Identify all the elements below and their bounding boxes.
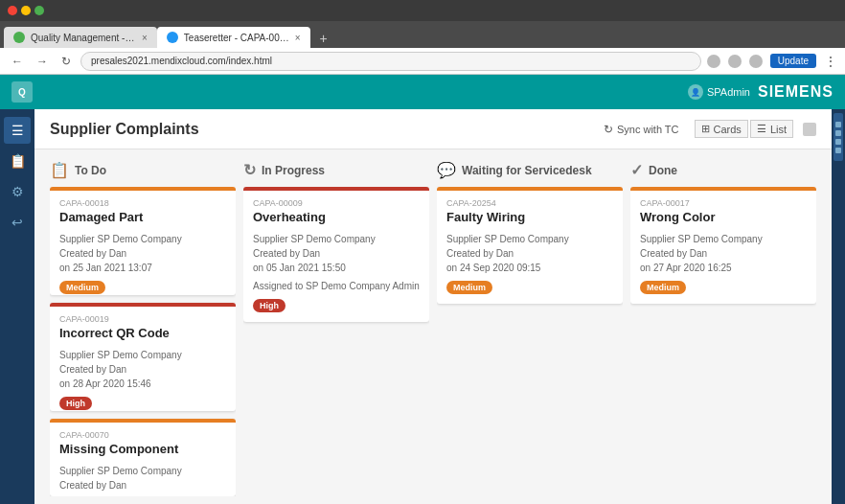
kanban-board: 📋 To Do CAPA-00018 Damaged Part Supplier… <box>34 149 832 504</box>
todo-cards-area: CAPA-00018 Damaged Part Supplier SP Demo… <box>50 187 236 496</box>
waiting-cards-area: CAPA-20254 Faulty Wiring Supplier SP Dem… <box>437 187 623 496</box>
header-right: 👤 SPAdmin SIEMENS <box>688 83 834 101</box>
forward-btn[interactable]: → <box>33 53 52 70</box>
cards-label: Cards <box>714 124 742 135</box>
card-id-color: CAPA-00017 <box>640 198 807 208</box>
list-label: List <box>770 124 787 135</box>
todo-col-label: To Do <box>75 164 106 177</box>
card-supplier-qr: Supplier SP Demo Company <box>59 348 226 362</box>
back-btn[interactable]: ← <box>8 53 27 70</box>
card-badge-damaged: Medium <box>59 281 105 294</box>
card-extra-overheating: Assigned to SP Demo Company Admin <box>253 279 420 293</box>
card-faulty-wiring[interactable]: CAPA-20254 Faulty Wiring Supplier SP Dem… <box>437 187 623 304</box>
tab-close-2[interactable]: × <box>295 33 301 43</box>
update-btn[interactable]: Update <box>770 54 816 68</box>
card-badge-color: Medium <box>640 281 686 294</box>
menu-btn[interactable]: ⋮ <box>824 54 837 69</box>
sync-btn[interactable]: ↻ Sync with TC <box>598 120 685 139</box>
card-id-qr: CAPA-00019 <box>59 314 226 324</box>
column-inprogress-header: ↻ In Progress <box>243 157 429 187</box>
more-options-btn[interactable] <box>803 123 816 136</box>
card-created-damaged: Created by Dan <box>59 246 226 261</box>
user-info: 👤 SPAdmin <box>688 84 750 100</box>
browser-tab-1[interactable]: Quality Management - Supplie... × <box>4 27 157 48</box>
sidebar-icon-docs[interactable]: 📋 <box>4 148 31 174</box>
browser-toolbar: ← → ↻ presales2021.mendixcloud.com/index… <box>0 48 845 75</box>
card-meta-wiring: Supplier SP Demo Company Created by Dan … <box>446 232 613 275</box>
sync-label: Sync with TC <box>617 124 679 135</box>
card-badge-overheating: High <box>253 299 285 312</box>
card-meta-overheating: Supplier SP Demo Company Created by Dan … <box>253 232 420 293</box>
card-damaged-part[interactable]: CAPA-00018 Damaged Part Supplier SP Demo… <box>50 187 236 295</box>
done-col-icon: ✓ <box>630 161 643 179</box>
card-meta-damaged: Supplier SP Demo Company Created by Dan … <box>59 232 226 275</box>
card-meta-missing: Supplier SP Demo Company Created by Dan <box>59 464 226 493</box>
right-panel <box>832 109 845 504</box>
card-wrong-color[interactable]: CAPA-00017 Wrong Color Supplier SP Demo … <box>630 187 816 304</box>
app-title-area: Q <box>11 81 33 103</box>
cards-view-btn[interactable]: ⊞ Cards <box>695 120 748 138</box>
tab-favicon-1 <box>13 32 25 43</box>
card-id-missing: CAPA-00070 <box>59 430 226 440</box>
inprogress-col-label: In Progress <box>262 164 325 177</box>
right-indicator-2 <box>835 130 841 136</box>
user-name: SPAdmin <box>707 86 750 98</box>
card-meta-qr: Supplier SP Demo Company Created by Dan … <box>59 348 226 391</box>
card-body-overheating: CAPA-00009 Overheating Supplier SP Demo … <box>243 191 429 322</box>
card-created-missing: Created by Dan <box>59 478 226 493</box>
card-supplier-overheating: Supplier SP Demo Company <box>253 232 420 246</box>
ext-icon-2 <box>728 55 742 68</box>
card-body-missing: CAPA-00070 Missing Component Supplier SP… <box>50 423 236 496</box>
inprogress-cards-area: CAPA-00009 Overheating Supplier SP Demo … <box>243 187 429 496</box>
list-icon: ☰ <box>757 123 766 135</box>
win-min-btn[interactable] <box>21 6 31 15</box>
card-overheating[interactable]: CAPA-00009 Overheating Supplier SP Demo … <box>243 187 429 322</box>
tab-label-2: Teaseretter - CAPA-00018/A-1-t... <box>184 33 289 43</box>
todo-col-icon: 📋 <box>50 161 69 179</box>
win-max-btn[interactable] <box>34 6 44 15</box>
card-title-damaged: Damaged Part <box>59 210 226 224</box>
card-supplier-wiring: Supplier SP Demo Company <box>446 232 613 246</box>
card-incorrect-qr[interactable]: CAPA-00019 Incorrect QR Code Supplier SP… <box>50 303 236 411</box>
sync-icon: ↻ <box>604 123 613 136</box>
waiting-col-icon: 💬 <box>437 161 456 179</box>
right-panel-indicators <box>834 113 843 161</box>
card-supplier-missing: Supplier SP Demo Company <box>59 464 226 478</box>
main-content: Supplier Complaints ↻ Sync with TC ⊞ Car… <box>34 109 832 504</box>
new-tab-btn[interactable]: + <box>314 29 333 48</box>
tab-close-1[interactable]: × <box>142 33 148 43</box>
card-meta-color: Supplier SP Demo Company Created by Dan … <box>640 232 807 275</box>
tab-label-1: Quality Management - Supplie... <box>31 33 136 43</box>
browser-toolbar-icons: Update ⋮ <box>707 54 837 69</box>
card-badge-wiring: Medium <box>446 281 492 294</box>
sidebar-icon-back[interactable]: ↩ <box>4 209 31 236</box>
card-missing-component[interactable]: CAPA-00070 Missing Component Supplier SP… <box>50 419 236 496</box>
sidebar-icon-home[interactable]: ☰ <box>4 117 31 144</box>
card-supplier-color: Supplier SP Demo Company <box>640 232 807 246</box>
card-title-wiring: Faulty Wiring <box>446 210 613 224</box>
card-date-damaged: on 25 Jan 2021 13:07 <box>59 261 226 275</box>
list-view-btn[interactable]: ☰ List <box>750 120 793 138</box>
column-done: ✓ Done CAPA-00017 Wrong Color Supplier S… <box>630 157 816 496</box>
sidebar: ☰ 📋 ⚙ ↩ <box>0 109 34 504</box>
browser-tabs: Quality Management - Supplie... × Teaser… <box>0 21 845 48</box>
card-title-color: Wrong Color <box>640 210 807 224</box>
page-title: Supplier Complaints <box>50 121 199 138</box>
waiting-col-label: Waiting for Servicedesk <box>462 164 592 177</box>
column-inprogress: ↻ In Progress CAPA-00009 Overheating Sup… <box>243 157 429 496</box>
browser-tab-2[interactable]: Teaseretter - CAPA-00018/A-1-t... × <box>157 27 310 48</box>
sidebar-icon-settings[interactable]: ⚙ <box>4 178 31 205</box>
reload-btn[interactable]: ↻ <box>57 53 75 70</box>
inprogress-col-icon: ↻ <box>243 161 256 179</box>
address-bar[interactable]: presales2021.mendixcloud.com/index.html <box>80 52 701 71</box>
card-date-qr: on 28 Apr 2020 15:46 <box>59 377 226 391</box>
right-indicator-3 <box>835 139 841 145</box>
card-title-qr: Incorrect QR Code <box>59 326 226 340</box>
app-body: ☰ 📋 ⚙ ↩ Supplier Complaints ↻ Sync with … <box>0 109 845 504</box>
card-created-wiring: Created by Dan <box>446 246 613 261</box>
win-close-btn[interactable] <box>8 6 17 15</box>
card-supplier-damaged: Supplier SP Demo Company <box>59 232 226 246</box>
tab-favicon-2 <box>167 32 178 43</box>
card-id-damaged: CAPA-00018 <box>59 198 226 208</box>
done-cards-area: CAPA-00017 Wrong Color Supplier SP Demo … <box>630 187 816 496</box>
